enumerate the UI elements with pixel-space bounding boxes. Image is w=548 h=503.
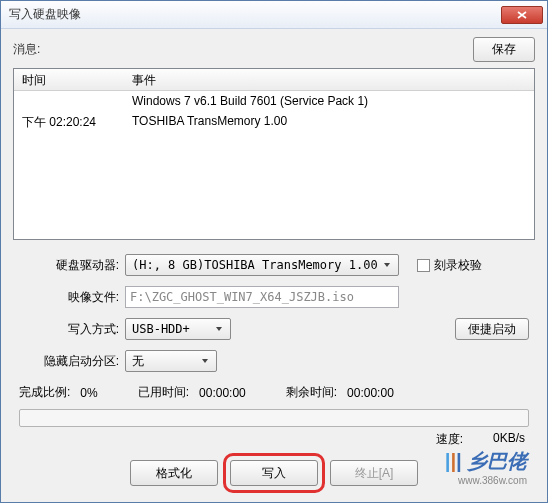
write-button[interactable]: 写入 [230,460,318,486]
log-body[interactable]: Windows 7 v6.1 Build 7601 (Service Pack … [14,91,534,239]
completed-label: 完成比例: [19,384,70,401]
window-title: 写入硬盘映像 [9,6,501,23]
remaining-value: 00:00:00 [347,386,394,400]
format-button[interactable]: 格式化 [130,460,218,486]
write-method-label: 写入方式: [19,321,119,338]
drive-label: 硬盘驱动器: [19,257,119,274]
chevron-down-icon [196,353,214,369]
log-col-event: 事件 [124,69,534,90]
hidden-partition-value: 无 [132,353,144,370]
close-icon [517,11,527,19]
log-cell-time: 下午 02:20:24 [14,111,124,134]
image-file-input[interactable] [125,286,399,308]
hidden-partition-label: 隐藏启动分区: [19,353,119,370]
speed-value: 0KB/s [493,431,525,448]
chevron-down-icon [378,257,396,273]
elapsed-value: 00:00:00 [199,386,246,400]
log-col-time: 时间 [14,69,124,90]
log-row: Windows 7 v6.1 Build 7601 (Service Pack … [14,91,534,111]
log-header: 时间 事件 [14,69,534,91]
hidden-partition-select[interactable]: 无 [125,350,217,372]
form-area: 硬盘驱动器: (H:, 8 GB)TOSHIBA TransMemory 1.0… [13,254,535,372]
drive-value: (H:, 8 GB)TOSHIBA TransMemory 1.00 [132,258,378,272]
message-label: 消息: [13,41,473,58]
content-area: 消息: 保存 时间 事件 Windows 7 v6.1 Build 7601 (… [1,29,547,502]
save-button[interactable]: 保存 [473,37,535,62]
log-cell-time [14,91,124,111]
verify-checkbox[interactable] [417,259,430,272]
abort-button: 终止[A] [330,460,418,486]
quick-boot-button[interactable]: 便捷启动 [455,318,529,340]
log-cell-event: TOSHIBA TransMemory 1.00 [124,111,534,134]
log-cell-event: Windows 7 v6.1 Build 7601 (Service Pack … [124,91,534,111]
drive-select[interactable]: (H:, 8 GB)TOSHIBA TransMemory 1.00 [125,254,399,276]
titlebar: 写入硬盘映像 [1,1,547,29]
image-label: 映像文件: [19,289,119,306]
dialog-window: 写入硬盘映像 消息: 保存 时间 事件 Windows 7 v6.1 Build… [0,0,548,503]
verify-label: 刻录校验 [434,257,482,274]
chevron-down-icon [210,321,228,337]
remaining-label: 剩余时间: [286,384,337,401]
write-method-value: USB-HDD+ [132,322,190,336]
speed-label: 速度: [436,431,463,448]
stats-row: 完成比例: 0% 已用时间: 00:00:00 剩余时间: 00:00:00 [13,384,535,401]
elapsed-label: 已用时间: [138,384,189,401]
completed-value: 0% [80,386,97,400]
watermark-url: www.386w.com [458,475,527,486]
write-method-select[interactable]: USB-HDD+ [125,318,231,340]
log-list: 时间 事件 Windows 7 v6.1 Build 7601 (Service… [13,68,535,240]
log-row: 下午 02:20:24 TOSHIBA TransMemory 1.00 [14,111,534,134]
close-button[interactable] [501,6,543,24]
progress-bar [19,409,529,427]
watermark: ||| 乡巴佬 www.386w.com [445,448,527,486]
watermark-brand: 乡巴佬 [467,450,527,472]
